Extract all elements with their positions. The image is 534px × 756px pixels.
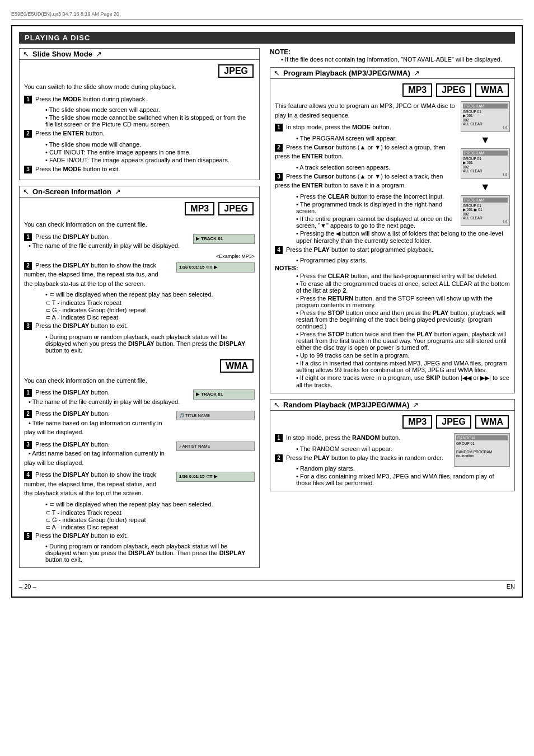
random-badge-row: MP3 JPEG WMA <box>275 414 510 430</box>
on-screen-mp3-step1: ▶ TRACK 01 1 Press the DISPLAY button. •… <box>24 232 255 251</box>
note-box: NOTE: If the file does not contain tag i… <box>270 48 515 63</box>
main-content: PLAYING A DISC ↖ Slide Show Mode ↗ JPEG <box>11 25 523 598</box>
bullet: If a disc in inserted that contains mixe… <box>296 360 510 373</box>
notes-title: NOTES: <box>275 265 510 271</box>
wma-badge-row: WMA <box>24 358 255 374</box>
wma-badge: WMA <box>220 359 254 373</box>
prog-step4-sub: Programmed play starts. <box>285 257 510 264</box>
bullet: Press the STOP button twice and then the… <box>296 331 510 351</box>
arrow-left-icon: ↖ <box>274 69 280 77</box>
screen-line: GROUP 01 <box>463 204 508 208</box>
wma-step5-sub: During program or random playback, each … <box>34 543 255 563</box>
lang-label: EN <box>507 583 515 590</box>
right-column: NOTE: If the file does not contain tag i… <box>270 48 515 574</box>
screen-line: 002 <box>463 212 508 216</box>
wma-step3-sub: • Artist name based on tag information c… <box>24 450 165 466</box>
artist-icon: ♪ <box>179 444 181 449</box>
program-screen-1: PROGRAM GROUP 01 ▶ 001 002 ALL CLEAR 1/1 <box>461 101 510 132</box>
jpeg-badge: JPEG <box>218 202 254 215</box>
program-playback-header: ↖ Program Playback (MP3/JPEG/WMA) ↗ <box>270 68 514 79</box>
page: E59E0/E5UD(EN).qx3 04.7.16 8:19 AM Page … <box>0 0 534 756</box>
wma-repeat-info: ⊂ T - indicates Track repeat⊂ G - indica… <box>45 509 255 531</box>
program-playback-body: MP3 JPEG WMA PROGRAM GROUP 01 <box>270 79 514 393</box>
bullet: Pressing the ◀ button will show a list o… <box>296 230 510 244</box>
arrow-right-icon: ↗ <box>414 69 420 77</box>
wma-step5: 5 Press the DISPLAY button to exit. <box>24 531 255 541</box>
screen-line: GROUP 01 <box>456 442 508 445</box>
slide-show-badge-row: JPEG <box>24 63 255 79</box>
mp3-step3-sub: During program or random playback, each … <box>34 334 255 354</box>
on-screen-intro: You can check information on the current… <box>24 220 255 229</box>
screen-title-bar: PROGRAM <box>463 151 508 156</box>
wma-badge: WMA <box>475 415 509 429</box>
mp3-badge: MP3 <box>185 202 214 215</box>
step-num-3: 3 <box>24 441 32 449</box>
wma-step4-bullets: ⊂ will be displayed when the repeat play… <box>34 501 255 531</box>
screen-line: GROUP 01 <box>463 157 508 161</box>
step-num-1: 1 <box>24 389 32 397</box>
arrow-right-icon: ↗ <box>115 187 121 196</box>
bullet: Up to 99 tracks can be set in a program. <box>296 352 510 359</box>
slide-show-step3: 3 Press the MODE button to exit. <box>24 165 255 174</box>
slide-show-title: Slide Show Mode <box>32 50 92 58</box>
step-num-2: 2 <box>24 130 32 138</box>
slide-show-step1: 1 Press the MODE button during playback. <box>24 95 255 104</box>
step-num-4: 4 <box>275 246 283 254</box>
page-number: – 20 – <box>19 583 36 590</box>
screen-line: 1/1 <box>463 126 508 130</box>
wma-badge: WMA <box>475 83 509 97</box>
left-column: ↖ Slide Show Mode ↗ JPEG You can switch … <box>19 48 260 574</box>
program-badge-row: MP3 JPEG WMA <box>275 82 510 98</box>
bullet: FADE IN/OUT: The image appears gradually… <box>45 157 255 163</box>
step-num-2: 2 <box>275 454 283 462</box>
on-screen-mp3-step2: 1/36 0:01:15 ⊂T ▶ 2 Press the DISPLAY bu… <box>24 261 255 289</box>
bullet: CUT IN/OUT: The entire image appears in … <box>45 149 255 156</box>
title-icon: 🎵 <box>179 413 184 418</box>
random-playback-body: MP3 JPEG WMA RANDOM GROUP 01 <box>270 411 514 491</box>
on-screen-header: ↖ On-Screen Information ↗ <box>20 186 259 198</box>
slide-show-body: JPEG You can switch to the slide show mo… <box>20 60 259 180</box>
random-screen-content: GROUP 01 RANDOM PROGRAM no-location <box>456 442 508 458</box>
screen-line: ▶ 001 <box>463 114 508 118</box>
track-label: TRACK 01 <box>201 236 223 242</box>
slide-show-step2-bullets: The slide show mode will change. CUT IN/… <box>34 141 255 163</box>
screen-line: GROUP 01 <box>463 110 508 114</box>
screen-line: no-location <box>456 454 508 458</box>
wma-time-label: 1/36 0:01:15 ⊂T ▶ <box>179 473 217 480</box>
bullet: The slide show mode screen will appear. <box>45 106 255 113</box>
section-title: PLAYING A DISC <box>19 32 515 44</box>
step-num-1: 1 <box>24 96 32 104</box>
screen-line: ALL CLEAR <box>463 169 508 173</box>
prog-step4: 4 Press the PLAY button to start program… <box>275 245 510 255</box>
step-num-5: 5 <box>24 532 32 540</box>
program-screens: PROGRAM GROUP 01 ▶ 001 002 ALL CLEAR 1/1 <box>461 101 510 226</box>
wma-step2: 🎵 TITLE NAME 2 Press the DISPLAY button.… <box>24 409 255 437</box>
header-text: E59E0/E5UD(EN).qx3 04.7.16 8:19 AM Page … <box>11 11 119 17</box>
slide-show-section: ↖ Slide Show Mode ↗ JPEG You can switch … <box>19 48 260 180</box>
jpeg-badge: JPEG <box>436 83 471 97</box>
screen-line: ALL CLEAR <box>463 122 508 126</box>
on-screen-title: On-Screen Information <box>32 187 111 196</box>
screen-line: ▶ 001 ◼ 01 <box>463 208 508 212</box>
bullet: The slide show mode cannot be switched w… <box>45 114 255 128</box>
step-num-2: 2 <box>275 144 283 152</box>
step-num-3: 3 <box>24 166 32 173</box>
arrow-right-icon: ↗ <box>96 50 102 58</box>
step-num-4: 4 <box>24 471 32 479</box>
screen-content-2: GROUP 01 ▶ 001 002 ALL CLEAR 1/1 <box>463 157 508 177</box>
screen-line: ▶ 001 <box>463 161 508 165</box>
wma-intro: You can check information on the current… <box>24 376 255 386</box>
wma-step2-sub: • Title name based on tag information cu… <box>24 420 162 436</box>
random-content: RANDOM GROUP 01 RANDOM PROGRAM no-locati… <box>275 433 510 487</box>
arrow-left-icon: ↖ <box>274 401 280 409</box>
slide-show-intro: You can switch to the slide show mode du… <box>24 82 255 92</box>
random-step2-bullets: Random play starts. For a disc containin… <box>285 465 510 486</box>
screen-line: 002 <box>463 118 508 122</box>
page-footer: – 20 – EN <box>19 580 515 590</box>
random-playback-title: Random Playback (MP3/JPEG/WMA) <box>283 401 409 409</box>
slide-show-step1-bullets: The slide show mode screen will appear. … <box>34 106 255 128</box>
repeat-info: ⊂ T - indicates Track repeat⊂ G - indica… <box>45 299 255 321</box>
bullet: To erase all the programmed tracks at on… <box>296 280 510 294</box>
arrow-right-icon: ↗ <box>413 401 419 409</box>
bullet: During program or random playback, each … <box>45 543 255 563</box>
